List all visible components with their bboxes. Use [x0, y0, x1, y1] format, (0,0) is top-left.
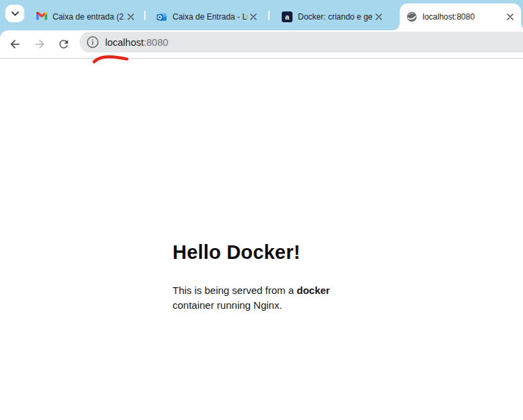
- tab-outlook-inbox[interactable]: Caixa de Entrada - Lui: [150, 3, 264, 30]
- tab-separator: [268, 11, 270, 20]
- tab-title: Docker: criando e ger: [298, 12, 373, 22]
- gmail-icon: [36, 11, 47, 22]
- reload-icon: [57, 38, 70, 51]
- url-port: :8080: [144, 37, 168, 48]
- tab-search-button[interactable]: [5, 5, 24, 22]
- reload-button[interactable]: [54, 35, 73, 54]
- close-icon[interactable]: [373, 11, 385, 23]
- info-circle-icon: [86, 36, 99, 49]
- page-viewport: Hello Docker! This is being served from …: [0, 59, 523, 420]
- arrow-right-icon: [32, 37, 47, 51]
- toolbar-divider: [0, 58, 523, 59]
- paragraph-text: This is being served from a: [173, 284, 297, 296]
- tab-docker-article[interactable]: a Docker: criando e ger: [275, 3, 390, 30]
- tab-title: Caixa de Entrada - Lui: [173, 12, 247, 22]
- tab-gmail-inbox[interactable]: Caixa de entrada (2.05: [30, 3, 142, 30]
- close-icon[interactable]: [247, 11, 259, 23]
- page-heading: Hello Docker!: [173, 242, 350, 264]
- close-icon[interactable]: [125, 11, 137, 23]
- svg-text:a: a: [285, 13, 290, 21]
- tab-localhost-active[interactable]: localhost:8080: [400, 3, 521, 30]
- outlook-icon: [156, 11, 167, 22]
- tab-strip: Caixa de entrada (2.05: [0, 0, 523, 30]
- paragraph-text: container running Nginx.: [173, 299, 282, 311]
- alura-icon: a: [282, 11, 293, 22]
- url-text: localhost:8080: [105, 37, 168, 48]
- page-paragraph: This is being served from a docker conta…: [173, 283, 336, 313]
- paragraph-bold-text: docker: [297, 284, 330, 296]
- back-button[interactable]: [5, 35, 24, 54]
- site-info-button[interactable]: [83, 33, 102, 52]
- url-host: localhost: [105, 37, 144, 48]
- forward-button[interactable]: [30, 35, 49, 54]
- tab-title: localhost:8080: [423, 12, 504, 22]
- tab-title: Caixa de entrada (2.05: [53, 12, 125, 22]
- close-icon[interactable]: [504, 11, 516, 23]
- browser-chrome: Caixa de entrada (2.05: [0, 0, 523, 59]
- chevron-down-icon: [11, 11, 19, 16]
- page-content: Hello Docker! This is being served from …: [173, 59, 350, 313]
- browser-toolbar: localhost:8080: [0, 30, 523, 58]
- globe-icon: [406, 11, 417, 22]
- address-bar[interactable]: localhost:8080: [80, 32, 523, 53]
- tab-separator: [144, 11, 146, 20]
- arrow-left-icon: [8, 37, 22, 51]
